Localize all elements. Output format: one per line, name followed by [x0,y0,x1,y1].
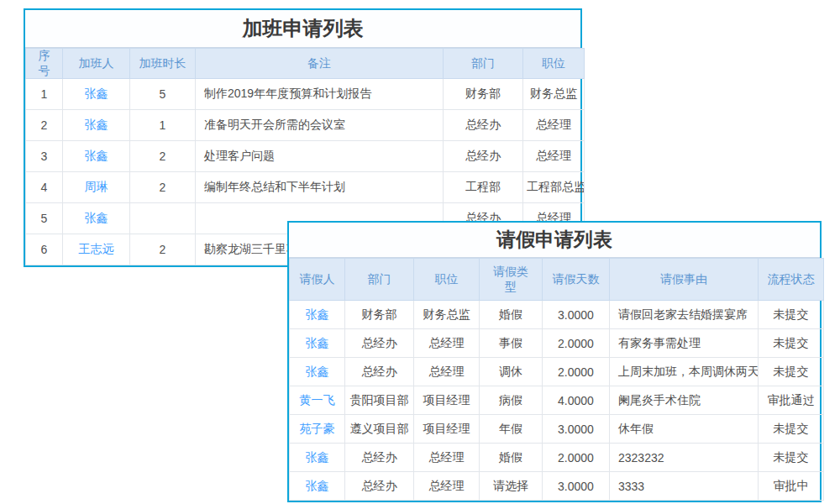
table-cell: 工程部 [444,172,523,203]
table-cell: 4.0000 [543,386,610,415]
table-row: 1张鑫5制作2019年年度预算和计划报告财务部财务总监 [26,79,585,110]
table-cell: 请选择 [480,472,543,501]
table-cell: 6 [26,234,63,265]
table-cell: 2323232 [610,444,759,472]
table-row: 张鑫总经办总经理调休2.0000上周末加班，本周调休两天未提交 [290,358,824,386]
table-cell: 总经办 [345,444,414,472]
table-cell: 2.0000 [543,444,610,472]
table-cell: 4 [26,172,63,203]
overtime-person-link[interactable]: 张鑫 [85,149,108,162]
table-cell: 工程部总监 [523,172,585,203]
table-cell: 休年假 [610,415,759,444]
column-header: 加班人 [63,49,130,79]
table-cell: 张鑫 [290,329,345,358]
table-cell: 2.0000 [543,358,610,386]
leave-person-link[interactable]: 张鑫 [306,479,329,492]
table-cell: 3.0000 [543,415,610,444]
table-row: 张鑫总经办总经理请选择3.00003333审批中 [290,472,824,501]
column-header: 请假事由 [610,259,759,301]
overtime-table-title: 加班申请列表 [25,10,580,48]
table-cell: 未提交 [759,444,824,472]
table-cell: 病假 [480,386,543,415]
table-cell: 2 [130,234,196,265]
table-cell: 上周末加班，本周调休两天 [610,358,759,386]
table-cell: 总经理 [523,141,585,172]
table-cell: 总经理 [414,329,480,358]
table-cell: 婚假 [480,301,543,329]
overtime-person-link[interactable]: 张鑫 [85,118,108,131]
overtime-person-link[interactable]: 张鑫 [85,87,108,100]
table-cell: 张鑫 [290,301,345,329]
overtime-person-link[interactable]: 王志远 [79,242,114,255]
table-cell: 张鑫 [63,79,130,110]
table-cell: 张鑫 [63,110,130,141]
table-cell: 处理客户问题 [196,141,444,172]
leave-person-link[interactable]: 张鑫 [306,365,329,378]
table-cell: 总经理 [414,444,480,472]
leave-table: 请假人部门职位请假类型请假天数请假事由流程状态张鑫财务部财务总监婚假3.0000… [289,258,824,501]
table-cell: 总经办 [444,110,523,141]
table-cell: 年假 [480,415,543,444]
column-header: 部门 [444,49,523,79]
table-cell: 总经理 [523,110,585,141]
column-header: 流程状态 [759,259,824,301]
table-cell: 总经理 [414,358,480,386]
table-cell: 财务部 [444,79,523,110]
table-cell: 2 [26,110,63,141]
table-cell: 2 [130,172,196,203]
table-row: 4周琳2编制年终总结和下半年计划工程部工程部总监 [26,172,585,203]
table-cell [130,203,196,234]
column-header: 请假人 [290,259,345,301]
table-cell: 阑尾炎手术住院 [610,386,759,415]
table-cell: 审批中 [759,472,824,501]
table-cell: 制作2019年年度预算和计划报告 [196,79,444,110]
table-cell: 3 [26,141,63,172]
table-cell: 项目经理 [414,415,480,444]
leave-person-link[interactable]: 张鑫 [306,307,329,321]
table-cell: 项目经理 [414,386,480,415]
table-row: 张鑫财务部财务总监婚假3.0000请假回老家去结婚摆宴席未提交 [290,301,824,329]
table-cell: 调休 [480,358,543,386]
table-cell: 周琳 [63,172,130,203]
table-cell: 有家务事需处理 [610,329,759,358]
table-cell: 遵义项目部 [345,415,414,444]
table-cell: 总经办 [345,329,414,358]
table-cell: 王志远 [63,234,130,265]
table-cell: 2.0000 [543,329,610,358]
table-cell: 财务总监 [414,301,480,329]
table-cell: 1 [130,110,196,141]
table-cell: 总经办 [345,472,414,501]
leave-table-title: 请假申请列表 [289,223,820,258]
header-row: 序号加班人加班时长备注部门职位 [26,49,585,79]
overtime-person-link[interactable]: 张鑫 [85,211,108,224]
table-cell: 编制年终总结和下半年计划 [196,172,444,203]
table-cell: 张鑫 [63,141,130,172]
leave-person-link[interactable]: 苑子豪 [300,422,335,435]
table-row: 3张鑫2处理客户问题总经办总经理 [26,141,585,172]
leave-person-link[interactable]: 黄一飞 [300,393,335,407]
table-cell: 财务部 [345,301,414,329]
table-row: 张鑫总经办总经理事假2.0000有家务事需处理未提交 [290,329,824,358]
leave-person-link[interactable]: 张鑫 [306,450,329,464]
table-cell: 财务总监 [523,79,585,110]
column-header: 序号 [26,49,63,79]
table-cell: 总经办 [444,141,523,172]
table-row: 黄一飞贵阳项目部项目经理病假4.0000阑尾炎手术住院审批通过 [290,386,824,415]
header-row: 请假人部门职位请假类型请假天数请假事由流程状态 [290,259,824,301]
overtime-person-link[interactable]: 周琳 [85,180,108,193]
page-canvas: { "colors": { "accent_border": "#0ba6d9"… [0,0,840,504]
table-cell: 张鑫 [290,358,345,386]
table-cell: 审批通过 [759,386,824,415]
table-cell: 未提交 [759,358,824,386]
column-header: 请假天数 [543,259,610,301]
table-cell: 苑子豪 [290,415,345,444]
column-header: 请假类型 [480,259,543,301]
leave-person-link[interactable]: 张鑫 [306,336,329,349]
table-cell: 未提交 [759,329,824,358]
table-cell: 3.0000 [543,301,610,329]
column-header: 备注 [196,49,444,79]
column-header: 部门 [345,259,414,301]
table-row: 2张鑫1准备明天开会所需的会议室总经办总经理 [26,110,585,141]
table-cell: 贵阳项目部 [345,386,414,415]
table-cell: 2 [130,141,196,172]
